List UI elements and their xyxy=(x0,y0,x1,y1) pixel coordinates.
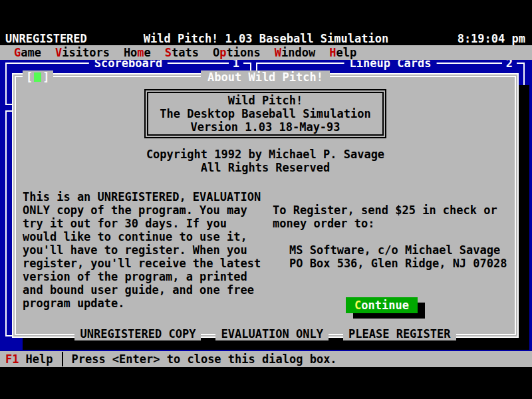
dialog-title: About Wild Pitch! xyxy=(201,70,330,84)
menu-hotkey: V xyxy=(55,46,62,59)
statusbar-divider xyxy=(62,352,63,366)
close-icon xyxy=(34,72,41,82)
registration-status: UNREGISTERED xyxy=(5,32,87,45)
footer-unregistered-copy: UNREGISTERED COPY xyxy=(74,327,201,340)
menu-hotkey: W xyxy=(275,46,281,59)
dialog-body: This is an UNREGISTERED, EVALUATION ONLY… xyxy=(16,190,515,310)
window-title-scoreboard[interactable]: Scoreboard xyxy=(89,60,168,70)
footer-evaluation-only: EVALUATION ONLY xyxy=(215,327,329,340)
menu-item-visitors[interactable]: Visitors xyxy=(55,46,110,59)
about-box: Wild Pitch! The Desktop Baseball Simulat… xyxy=(144,89,386,138)
dialog-footer: UNREGISTERED COPY EVALUATION ONLY PLEASE… xyxy=(16,327,515,340)
register-instructions: To Register, send $25 in check or money … xyxy=(273,203,508,230)
menu-hotkey: p xyxy=(219,46,226,59)
menu-item-home[interactable]: Home xyxy=(124,46,151,59)
evaluation-notice-text: This is an UNREGISTERED, EVALUATION ONLY… xyxy=(23,190,266,310)
menu-label-post: indow xyxy=(281,46,315,59)
titlebar: UNREGISTERED Wild Pitch! 1.03 Baseball S… xyxy=(0,32,532,45)
menu-item-game[interactable]: Game xyxy=(14,46,41,59)
menu-hotkey: m xyxy=(137,46,144,59)
clock: 8:19:04 pm xyxy=(458,32,525,45)
window-number-scoreboard: 1 xyxy=(229,60,243,70)
menubar: Game Visitors Home Stats Options Window … xyxy=(0,45,532,60)
menu-item-stats[interactable]: Stats xyxy=(165,46,199,59)
menu-label-post: ame xyxy=(21,46,41,59)
register-column: To Register, send $25 in check or money … xyxy=(266,190,508,310)
menu-hotkey: G xyxy=(14,46,21,59)
footer-please-register: PLEASE REGISTER xyxy=(343,327,456,340)
menu-label-pre: O xyxy=(213,46,219,59)
statusbar-message: Press <Enter> to close this dialog box. xyxy=(71,352,336,366)
menu-label-post: tions xyxy=(227,46,261,59)
menu-item-options[interactable]: Options xyxy=(213,46,261,59)
register-address: MS Software, c/o Michael Savage PO Box 5… xyxy=(273,243,508,270)
desktop: Scoreboard 1 Lineup Cards 2 About Wild P… xyxy=(0,60,532,351)
menu-label-post: e xyxy=(144,46,151,59)
menu-label-post: elp xyxy=(336,46,356,59)
menu-label-post: tats xyxy=(172,46,199,59)
f1-key-hint[interactable]: F1 xyxy=(5,352,19,366)
close-button[interactable] xyxy=(23,70,53,84)
menu-item-help[interactable]: Help xyxy=(329,46,356,59)
continue-button[interactable]: Continue xyxy=(346,297,418,313)
continue-hotkey: C xyxy=(354,299,361,312)
menu-item-window[interactable]: Window xyxy=(275,46,315,59)
copyright-text: Copyright 1992 by Michael P. Savage All … xyxy=(16,148,515,174)
f1-help-label[interactable]: Help xyxy=(25,352,53,366)
window-title-lineup-cards[interactable]: Lineup Cards xyxy=(344,60,437,70)
menu-hotkey: H xyxy=(329,46,336,59)
menu-label-pre: Ho xyxy=(124,46,137,59)
menu-label-post: isitors xyxy=(62,46,110,59)
window-number-lineup-cards: 2 xyxy=(502,60,517,70)
continue-label: ontinue xyxy=(361,299,409,312)
menu-hotkey: S xyxy=(165,46,172,59)
about-dialog: About Wild Pitch! Wild Pitch! The Deskto… xyxy=(12,73,519,338)
statusbar: F1 Help Press <Enter> to close this dial… xyxy=(0,351,532,367)
